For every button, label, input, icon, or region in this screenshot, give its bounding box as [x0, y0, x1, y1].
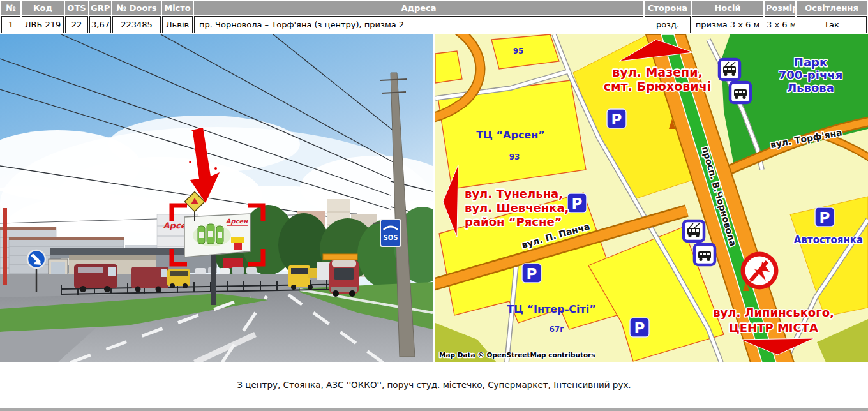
- parking-icon: [522, 264, 541, 283]
- col-carrier: Носій: [692, 1, 763, 15]
- location-description: З центру, Стоянка, АЗС ''ОККО'', поруч с…: [0, 362, 868, 407]
- col-lighting: Освітлення: [797, 1, 867, 15]
- tc-intercity-label: ТЦ “Інтер-Сіті”: [507, 303, 596, 315]
- billboard-brand-text: Арсен: [226, 218, 249, 225]
- cell-city: Львів: [162, 16, 193, 33]
- parking-icon: [607, 109, 626, 128]
- park-label-2: 700-річчя: [779, 68, 842, 82]
- billboard-listing-page: № Код OTS GRP № Doors Місто Адреса Сторо…: [0, 0, 868, 411]
- col-ots: OTS: [65, 1, 88, 15]
- building-95-label: 95: [513, 47, 524, 56]
- cell-address: пр. Чорновола – Торф'яна (з центру), при…: [194, 16, 643, 33]
- col-doors: № Doors: [112, 1, 161, 15]
- media-row: Арсен: [0, 34, 868, 362]
- col-size: Розмір: [765, 1, 795, 15]
- trolleybus-stop-icon: [719, 59, 740, 80]
- dir-north-label-1: вул. Мазепи,: [612, 65, 702, 79]
- dir-south-label-2: ЦЕНТР МІСТА: [729, 321, 818, 334]
- cell-carrier: призма 3 х 6 м: [692, 16, 763, 33]
- col-grp: GRP: [89, 1, 111, 15]
- building-67g-label: 67г: [550, 325, 564, 334]
- col-city: Місто: [162, 1, 193, 15]
- yellow-bus: [167, 269, 190, 288]
- dir-west-label-1: вул. Тунельна,: [465, 187, 563, 200]
- maroon-van: [74, 264, 117, 292]
- dir-south-label-1: вул. Липинського,: [713, 306, 834, 319]
- cell-num: 1: [1, 16, 20, 33]
- avtostoyanka-label: Автостоянка: [794, 234, 863, 246]
- street-photo: Арсен: [0, 34, 433, 362]
- cell-side: розд.: [645, 16, 691, 33]
- parking-icon: [815, 207, 834, 227]
- bus-stop-icon: [694, 244, 715, 265]
- building-93-label: 93: [509, 153, 520, 161]
- maroon-van-2: [131, 267, 168, 292]
- trolleybus-stop-icon: [684, 221, 704, 241]
- cell-code: ЛВБ 219: [22, 16, 64, 33]
- bus-stop-icon: [730, 82, 751, 103]
- table-header-row: № Код OTS GRP № Doors Місто Адреса Сторо…: [1, 1, 867, 15]
- red-pole: [3, 208, 7, 285]
- cell-doors: 223485: [112, 16, 161, 33]
- col-address: Адреса: [194, 1, 643, 15]
- dir-north-label-2: смт. Брюховичі: [604, 79, 711, 93]
- parking-icon: [630, 318, 649, 337]
- col-code: Код: [22, 1, 64, 15]
- horizontal-scrollbar[interactable]: [0, 407, 868, 411]
- park-label-3: Львова: [787, 81, 834, 94]
- park-label-1: Парк: [794, 56, 827, 69]
- billboard-location-marker: [743, 254, 776, 287]
- billboard-bottles: [198, 224, 223, 244]
- tc-arsen-label: ТЦ “Арсен”: [476, 129, 545, 141]
- billboard-info-table: № Код OTS GRP № Doors Місто Адреса Сторо…: [0, 0, 868, 34]
- location-map: P: [435, 34, 868, 362]
- cell-size: 3 х 6 м: [765, 16, 795, 33]
- dir-west-label-2: вул. Шевченка,: [465, 201, 569, 214]
- col-num: №: [1, 1, 20, 15]
- map-attribution: Map Data © OpenStreetMap contributors: [439, 351, 595, 359]
- cell-lighting: Так: [797, 16, 867, 33]
- dir-west-label-3: район “Рясне”: [465, 215, 562, 228]
- info-table-wrap: № Код OTS GRP № Doors Місто Адреса Сторо…: [0, 0, 868, 34]
- parking-icon: [567, 193, 587, 213]
- table-row: 1 ЛВБ 219 22 3,67 223485 Львів пр. Чорно…: [1, 16, 867, 33]
- cell-grp: 3,67: [89, 16, 111, 33]
- col-side: Сторона: [645, 1, 691, 15]
- sos-sign-text: SOS: [384, 234, 398, 241]
- cell-ots: 22: [65, 16, 88, 33]
